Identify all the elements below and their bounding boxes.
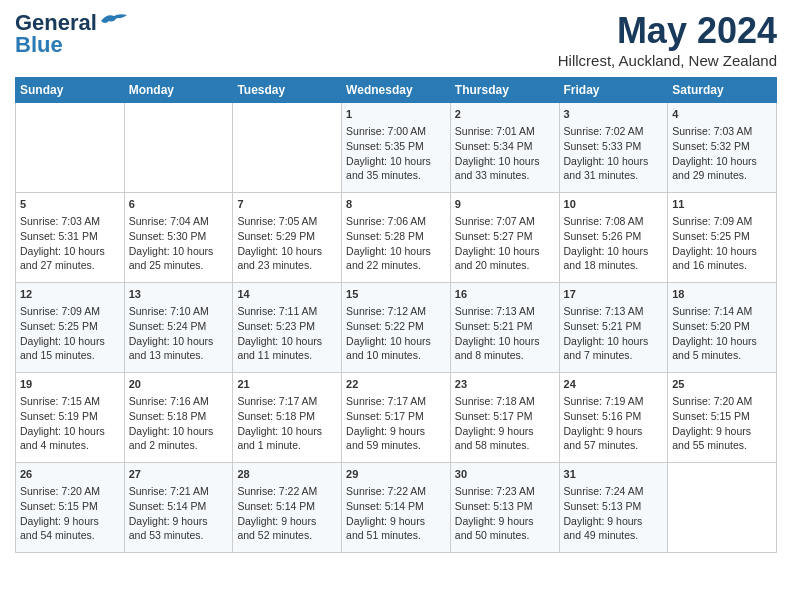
day-content: Daylight: 10 hours bbox=[346, 244, 446, 259]
day-number: 15 bbox=[346, 287, 446, 302]
day-content: Daylight: 9 hours bbox=[129, 514, 229, 529]
day-content: Daylight: 10 hours bbox=[455, 334, 555, 349]
day-content: Sunrise: 7:22 AM bbox=[237, 484, 337, 499]
day-content: Daylight: 10 hours bbox=[564, 154, 664, 169]
day-content: Sunrise: 7:06 AM bbox=[346, 214, 446, 229]
day-content: Sunset: 5:14 PM bbox=[237, 499, 337, 514]
day-content: and 51 minutes. bbox=[346, 528, 446, 543]
calendar-cell: 29Sunrise: 7:22 AMSunset: 5:14 PMDayligh… bbox=[342, 463, 451, 553]
day-content: Daylight: 9 hours bbox=[346, 424, 446, 439]
day-content: Sunrise: 7:10 AM bbox=[129, 304, 229, 319]
day-content: Daylight: 10 hours bbox=[237, 424, 337, 439]
calendar-cell: 26Sunrise: 7:20 AMSunset: 5:15 PMDayligh… bbox=[16, 463, 125, 553]
calendar-cell: 12Sunrise: 7:09 AMSunset: 5:25 PMDayligh… bbox=[16, 283, 125, 373]
day-content: and 49 minutes. bbox=[564, 528, 664, 543]
day-content: Sunset: 5:21 PM bbox=[455, 319, 555, 334]
day-content: Sunrise: 7:04 AM bbox=[129, 214, 229, 229]
day-content: Sunrise: 7:09 AM bbox=[672, 214, 772, 229]
day-number: 25 bbox=[672, 377, 772, 392]
day-content: Sunset: 5:20 PM bbox=[672, 319, 772, 334]
day-number: 11 bbox=[672, 197, 772, 212]
title-block: May 2024 Hillcrest, Auckland, New Zealan… bbox=[558, 10, 777, 69]
day-content: and 53 minutes. bbox=[129, 528, 229, 543]
day-content: Daylight: 9 hours bbox=[346, 514, 446, 529]
day-content: and 1 minute. bbox=[237, 438, 337, 453]
day-content: Sunset: 5:14 PM bbox=[346, 499, 446, 514]
day-content: and 55 minutes. bbox=[672, 438, 772, 453]
logo: General Blue bbox=[15, 10, 129, 58]
day-content: Sunset: 5:19 PM bbox=[20, 409, 120, 424]
day-content: Sunrise: 7:19 AM bbox=[564, 394, 664, 409]
calendar-cell bbox=[16, 103, 125, 193]
day-number: 26 bbox=[20, 467, 120, 482]
day-number: 1 bbox=[346, 107, 446, 122]
day-content: and 18 minutes. bbox=[564, 258, 664, 273]
calendar-cell: 24Sunrise: 7:19 AMSunset: 5:16 PMDayligh… bbox=[559, 373, 668, 463]
day-content: Sunrise: 7:13 AM bbox=[455, 304, 555, 319]
calendar-cell: 6Sunrise: 7:04 AMSunset: 5:30 PMDaylight… bbox=[124, 193, 233, 283]
day-content: and 22 minutes. bbox=[346, 258, 446, 273]
day-content: Daylight: 10 hours bbox=[20, 334, 120, 349]
day-content: and 5 minutes. bbox=[672, 348, 772, 363]
day-content: Sunset: 5:30 PM bbox=[129, 229, 229, 244]
day-content: Sunrise: 7:14 AM bbox=[672, 304, 772, 319]
week-row-2: 5Sunrise: 7:03 AMSunset: 5:31 PMDaylight… bbox=[16, 193, 777, 283]
day-number: 3 bbox=[564, 107, 664, 122]
calendar-table: SundayMondayTuesdayWednesdayThursdayFrid… bbox=[15, 77, 777, 553]
day-content: and 29 minutes. bbox=[672, 168, 772, 183]
day-content: Daylight: 9 hours bbox=[455, 514, 555, 529]
day-content: and 10 minutes. bbox=[346, 348, 446, 363]
day-content: Sunset: 5:15 PM bbox=[20, 499, 120, 514]
day-content: Daylight: 10 hours bbox=[237, 334, 337, 349]
calendar-cell bbox=[233, 103, 342, 193]
day-number: 4 bbox=[672, 107, 772, 122]
day-content: Daylight: 10 hours bbox=[129, 244, 229, 259]
day-content: Sunrise: 7:20 AM bbox=[672, 394, 772, 409]
day-content: and 57 minutes. bbox=[564, 438, 664, 453]
day-content: Sunrise: 7:13 AM bbox=[564, 304, 664, 319]
day-content: and 59 minutes. bbox=[346, 438, 446, 453]
location: Hillcrest, Auckland, New Zealand bbox=[558, 52, 777, 69]
day-content: Sunrise: 7:17 AM bbox=[346, 394, 446, 409]
day-content: Sunset: 5:21 PM bbox=[564, 319, 664, 334]
day-content: Sunset: 5:26 PM bbox=[564, 229, 664, 244]
day-content: Sunset: 5:18 PM bbox=[129, 409, 229, 424]
day-content: Sunrise: 7:20 AM bbox=[20, 484, 120, 499]
day-content: Daylight: 10 hours bbox=[672, 244, 772, 259]
day-number: 28 bbox=[237, 467, 337, 482]
day-content: Sunrise: 7:21 AM bbox=[129, 484, 229, 499]
header-friday: Friday bbox=[559, 78, 668, 103]
page-header: General Blue May 2024 Hillcrest, Aucklan… bbox=[15, 10, 777, 69]
day-content: Sunset: 5:27 PM bbox=[455, 229, 555, 244]
day-content: Sunrise: 7:18 AM bbox=[455, 394, 555, 409]
calendar-cell: 5Sunrise: 7:03 AMSunset: 5:31 PMDaylight… bbox=[16, 193, 125, 283]
calendar-cell: 23Sunrise: 7:18 AMSunset: 5:17 PMDayligh… bbox=[450, 373, 559, 463]
calendar-cell: 8Sunrise: 7:06 AMSunset: 5:28 PMDaylight… bbox=[342, 193, 451, 283]
calendar-cell: 9Sunrise: 7:07 AMSunset: 5:27 PMDaylight… bbox=[450, 193, 559, 283]
day-content: Sunset: 5:35 PM bbox=[346, 139, 446, 154]
day-content: Sunset: 5:17 PM bbox=[346, 409, 446, 424]
calendar-cell: 16Sunrise: 7:13 AMSunset: 5:21 PMDayligh… bbox=[450, 283, 559, 373]
day-content: Sunset: 5:24 PM bbox=[129, 319, 229, 334]
calendar-cell: 27Sunrise: 7:21 AMSunset: 5:14 PMDayligh… bbox=[124, 463, 233, 553]
day-content: Sunset: 5:25 PM bbox=[20, 319, 120, 334]
month-title: May 2024 bbox=[558, 10, 777, 52]
day-number: 13 bbox=[129, 287, 229, 302]
day-number: 18 bbox=[672, 287, 772, 302]
day-number: 16 bbox=[455, 287, 555, 302]
day-content: and 20 minutes. bbox=[455, 258, 555, 273]
day-number: 19 bbox=[20, 377, 120, 392]
day-content: Sunset: 5:22 PM bbox=[346, 319, 446, 334]
header-sunday: Sunday bbox=[16, 78, 125, 103]
day-content: Daylight: 9 hours bbox=[237, 514, 337, 529]
day-content: Daylight: 10 hours bbox=[237, 244, 337, 259]
day-content: Sunrise: 7:08 AM bbox=[564, 214, 664, 229]
day-content: Daylight: 10 hours bbox=[346, 334, 446, 349]
day-content: Sunrise: 7:12 AM bbox=[346, 304, 446, 319]
calendar-cell: 4Sunrise: 7:03 AMSunset: 5:32 PMDaylight… bbox=[668, 103, 777, 193]
day-content: Sunset: 5:13 PM bbox=[455, 499, 555, 514]
day-number: 8 bbox=[346, 197, 446, 212]
day-content: Sunrise: 7:05 AM bbox=[237, 214, 337, 229]
day-content: Sunrise: 7:09 AM bbox=[20, 304, 120, 319]
day-content: Daylight: 9 hours bbox=[455, 424, 555, 439]
